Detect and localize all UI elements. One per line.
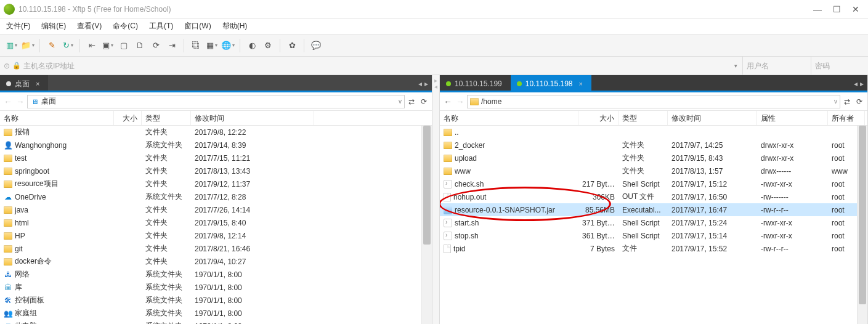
- tab-close-button[interactable]: ×: [36, 80, 39, 87]
- list-item[interactable]: stop.sh361 BytesShell Script2017/9/17, 1…: [440, 229, 867, 242]
- local-file-list[interactable]: 报销文件夹2017/9/8, 12:22👤Wanghonghong系统文件夹20…: [0, 126, 432, 324]
- list-item[interactable]: 2_docker文件夹2017/9/7, 14:25drwxr-xr-xroot: [440, 139, 867, 152]
- list-item[interactable]: upload文件夹2017/9/15, 8:43drwxr-xr-xroot: [440, 152, 867, 164]
- col-name[interactable]: 名称: [0, 111, 114, 125]
- list-item[interactable]: resource-0.0.1-SNAPSHOT.jar85.56MBExecut…: [440, 203, 867, 216]
- list-item[interactable]: 🖥此电脑系统文件夹1970/1/1, 8:00: [0, 320, 432, 324]
- col-modified[interactable]: 修改时间: [668, 111, 757, 125]
- list-item[interactable]: 🖧网络系统文件夹1970/1/1, 8:00: [0, 268, 432, 281]
- col-size[interactable]: 大小: [578, 111, 619, 125]
- menu-tools[interactable]: 工具(T): [149, 21, 173, 31]
- file-type: 文件夹: [142, 127, 191, 137]
- homegroup-icon: 👥: [4, 309, 12, 318]
- help-button[interactable]: 💬: [309, 39, 323, 52]
- list-item[interactable]: check.sh217 BytesShell Script2017/9/17, …: [440, 177, 867, 190]
- list-item[interactable]: resource项目文件夹2017/9/12, 11:37: [0, 177, 432, 190]
- back-button[interactable]: ←: [2, 97, 14, 107]
- list-item[interactable]: nohup.out306KBOUT 文件2017/9/17, 16:50-rw-…: [440, 190, 867, 203]
- list-item[interactable]: 👤Wanghonghong系统文件夹2017/9/14, 8:39: [0, 139, 432, 152]
- sync-button[interactable]: ⟳: [149, 39, 163, 52]
- col-owner[interactable]: 所有者: [828, 111, 865, 125]
- edit-button[interactable]: ✎: [45, 39, 59, 52]
- refresh-button[interactable]: ⟳: [854, 96, 865, 107]
- list-item[interactable]: java文件夹2017/7/26, 14:14: [0, 203, 432, 216]
- back-button[interactable]: ←: [442, 97, 453, 107]
- remote-path-box[interactable]: /home v: [467, 95, 840, 108]
- list-item[interactable]: springboot文件夹2017/8/13, 13:43: [0, 164, 432, 177]
- col-perms[interactable]: 属性: [757, 111, 828, 125]
- tab-prev-button[interactable]: ◂: [418, 79, 422, 88]
- password-input[interactable]: [815, 57, 864, 75]
- scrollbar[interactable]: [857, 126, 867, 324]
- folder-icon: [4, 155, 12, 162]
- col-modified[interactable]: 修改时间: [191, 111, 314, 125]
- close-button[interactable]: ✕: [852, 4, 859, 14]
- forward-button[interactable]: →: [455, 97, 466, 107]
- tab-remote-198[interactable]: 10.110.15.198 ×: [511, 75, 591, 92]
- remote-file-list[interactable]: ..2_docker文件夹2017/9/7, 14:25drwxr-xr-xro…: [440, 126, 867, 324]
- list-item[interactable]: docker命令文件夹2017/9/4, 10:27: [0, 255, 432, 268]
- open-session-button[interactable]: 📁: [21, 39, 34, 52]
- minimize-button[interactable]: —: [813, 4, 822, 14]
- layout-button[interactable]: ▦: [205, 39, 219, 52]
- list-item[interactable]: start.sh371 BytesShell Script2017/9/17, …: [440, 216, 867, 229]
- list-item[interactable]: ..: [440, 126, 867, 139]
- list-item[interactable]: 报销文件夹2017/9/8, 12:22: [0, 126, 432, 139]
- list-item[interactable]: tpid7 Bytes文件2017/9/17, 15:52-rw-r--r--r…: [440, 242, 867, 255]
- username-input[interactable]: [747, 57, 808, 75]
- list-item[interactable]: HP文件夹2017/9/8, 12:14: [0, 229, 432, 242]
- list-item[interactable]: test文件夹2017/7/15, 11:21: [0, 152, 432, 164]
- refresh-button[interactable]: ⟳: [418, 96, 429, 107]
- menu-file[interactable]: 文件(F): [6, 21, 30, 31]
- copy-button[interactable]: ⿻: [189, 39, 203, 52]
- pin-icon[interactable]: ⊙: [4, 62, 10, 70]
- globe-button[interactable]: 🌐: [221, 39, 235, 52]
- settings-sync-button[interactable]: ⚙: [261, 39, 275, 52]
- transfer-right-button[interactable]: ⇥: [165, 39, 179, 52]
- local-path-box[interactable]: 🖥 桌面 v: [27, 95, 405, 108]
- transfer-button[interactable]: ⇄: [406, 96, 417, 107]
- reconnect-button[interactable]: ↻: [61, 39, 75, 52]
- list-item[interactable]: html文件夹2017/9/15, 8:40: [0, 216, 432, 229]
- pane-gutter[interactable]: ▸◂: [432, 75, 440, 324]
- menu-edit[interactable]: 编辑(E): [41, 21, 66, 31]
- tab-next-button[interactable]: ▸: [424, 79, 428, 88]
- list-item[interactable]: 👥家庭组系统文件夹1970/1/1, 8:00: [0, 307, 432, 320]
- menu-help[interactable]: 帮助(H): [222, 21, 248, 31]
- tab-desktop[interactable]: 桌面 ×: [0, 75, 48, 92]
- path-dropdown-icon[interactable]: v: [399, 98, 402, 105]
- forward-button[interactable]: →: [15, 97, 26, 107]
- list-item[interactable]: git文件夹2017/8/21, 16:46: [0, 242, 432, 255]
- list-item[interactable]: 🏛库系统文件夹1970/1/1, 8:00: [0, 281, 432, 294]
- transfer-button[interactable]: ⇄: [842, 96, 853, 107]
- transfer-left-button[interactable]: ⇤: [85, 39, 99, 52]
- menu-window[interactable]: 窗口(W): [184, 21, 211, 31]
- menu-command[interactable]: 命令(C): [113, 21, 138, 31]
- col-type[interactable]: 类型: [619, 111, 668, 125]
- path-dropdown-icon[interactable]: v: [834, 98, 837, 105]
- terminal-button[interactable]: ◐: [245, 39, 259, 52]
- play-button[interactable]: ▣: [101, 39, 115, 52]
- file-name: stop.sh: [455, 232, 479, 240]
- menu-view[interactable]: 查看(V): [77, 21, 102, 31]
- col-type[interactable]: 类型: [142, 111, 191, 125]
- new-session-button[interactable]: ▥: [5, 39, 18, 52]
- tab-remote-199[interactable]: 10.110.15.199: [440, 75, 511, 92]
- list-item[interactable]: 🛠控制面板系统文件夹1970/1/1, 8:00: [0, 294, 432, 307]
- host-dropdown[interactable]: ▾: [732, 63, 740, 69]
- scrollbar[interactable]: [421, 126, 432, 324]
- col-name[interactable]: 名称: [440, 111, 578, 125]
- host-input[interactable]: [23, 57, 729, 75]
- tab-next-button[interactable]: ▸: [860, 79, 864, 88]
- options-button[interactable]: ✿: [285, 39, 299, 52]
- col-size[interactable]: 大小: [114, 111, 142, 125]
- tab-underline: [440, 91, 867, 92]
- maximize-button[interactable]: ☐: [833, 4, 841, 14]
- pause-button[interactable]: ▢: [117, 39, 131, 52]
- list-item[interactable]: ☁OneDrive系统文件夹2017/7/12, 8:28: [0, 190, 432, 203]
- tab-close-button[interactable]: ×: [579, 80, 583, 87]
- file-icon: [444, 193, 451, 201]
- tab-prev-button[interactable]: ◂: [854, 79, 858, 88]
- new-folder-button[interactable]: 🗋: [133, 39, 147, 52]
- list-item[interactable]: www文件夹2017/8/13, 1:57drwx------www: [440, 164, 867, 177]
